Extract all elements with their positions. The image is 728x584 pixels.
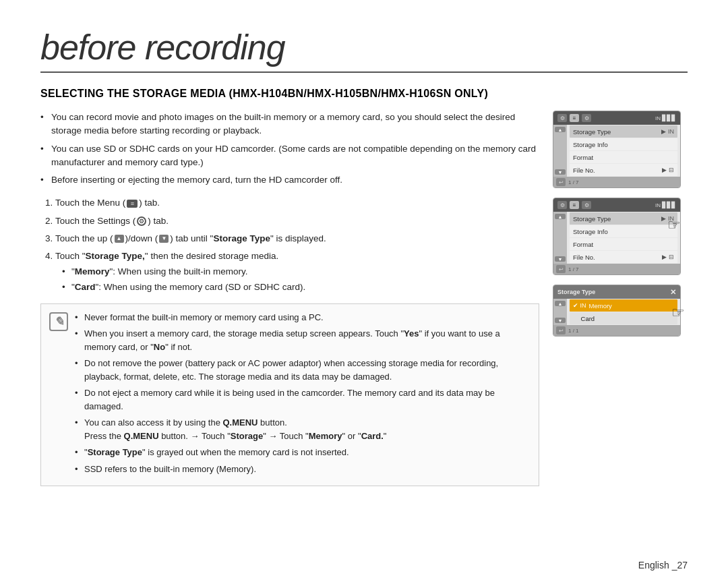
sub-bullet-memory: "Memory": When using the built-in memory… (62, 265, 539, 279)
screen2-battery: ▊▊▊ (662, 202, 676, 208)
screen1-content: ▲ ▼ Storage Type ▶ IN Storage Info Forma… (553, 125, 680, 177)
screen1-nav-col: ▲ ▼ (553, 125, 567, 177)
screen3-back-icon[interactable]: ↩ (556, 326, 566, 334)
check-memory-icon: ✔ IN (573, 302, 586, 309)
screen1-rows: Storage Type ▶ IN Storage Info Format Fi… (567, 125, 680, 177)
screen3-content: ▲ ▼ ✔ IN Memory Card (553, 299, 680, 325)
step-1: Touch the Menu (≡) tab. (55, 196, 539, 210)
screen3-bottom-bar: ↩ 1 / 1 (553, 325, 680, 336)
storage-type-ref: Storage Type (213, 233, 270, 243)
screen2-row-storage-type[interactable]: Storage Type ▶ IN (570, 212, 677, 225)
screen2-nav-col: ▲ ▼ (553, 212, 567, 264)
screen3-wrapper: Storage Type ✕ ▲ ▼ ✔ IN Memory (553, 285, 688, 337)
screen1-bottom-bar: ↩ 1 / 7 (553, 177, 680, 187)
check-card-icon (573, 315, 578, 322)
screen2-row-format[interactable]: Format (570, 238, 677, 250)
screen1-row-format[interactable]: Format (570, 151, 677, 163)
screen1-row-storage-type[interactable]: Storage Type ▶ IN (570, 125, 677, 138)
note-bullet-7: SSD refers to the built-in memory (Memor… (75, 463, 530, 476)
intro-bullet-1: You can record movie and photo images on… (40, 111, 539, 138)
note-bullet-2: When you insert a memory card, the stora… (75, 327, 530, 353)
screen1-down-arrow[interactable]: ▼ (555, 169, 566, 175)
step-4-sub-bullets: "Memory": When using the built-in memory… (55, 265, 539, 294)
steps-section: Touch the Menu (≡) tab. Touch the Settin… (40, 196, 539, 294)
note-bullet-3: Do not remove the power (battery pack or… (75, 357, 530, 383)
note-bullet-1: Never format the built-in memory or memo… (75, 311, 530, 324)
main-content: You can record movie and photo images on… (40, 111, 688, 496)
screen-mockup-1: ⚙ ≡ ⚙ IN ▊▊▊ ▲ ▼ (553, 111, 681, 188)
down-icon: ▼ (159, 235, 169, 243)
screen2-row-storage-info[interactable]: Storage Info (570, 225, 677, 237)
screen3-rows: ✔ IN Memory Card (567, 299, 680, 325)
menu-icon: ≡ (127, 200, 138, 208)
screen1-battery: ▊▊▊ (662, 115, 676, 121)
step-3: Touch the up (▲)/down (▼) tab until "Sto… (55, 232, 539, 245)
page-container: before recording SELECTING THE STORAGE M… (0, 0, 728, 516)
right-column: ⚙ ≡ ⚙ IN ▊▊▊ ▲ ▼ (553, 111, 688, 496)
screen2-content: ▲ ▼ Storage Type ▶ IN Storage Info (553, 212, 680, 264)
intro-bullet-3: Before inserting or ejecting the memory … (40, 173, 539, 187)
screen2-menu-icon: ≡ (570, 201, 579, 209)
page-title: before recording (40, 27, 688, 73)
screen2-down-arrow[interactable]: ▼ (555, 256, 566, 262)
screen2-in-label: IN (655, 202, 661, 208)
note-bullet-6: "Storage Type" is grayed out when the me… (75, 446, 530, 459)
screen2-gear-icon: ⚙ (557, 201, 567, 209)
screen2-up-arrow[interactable]: ▲ (555, 214, 566, 219)
screen1-indicator: IN ▊▊▊ (655, 115, 676, 121)
screen3-close-icon[interactable]: ✕ (670, 288, 676, 297)
screen1-photo-icon: ⚙ (582, 114, 591, 122)
screen1-back-icon[interactable]: ↩ (556, 178, 566, 186)
screen-mockup-2: ⚙ ≡ ⚙ IN ▊▊▊ ▲ ▼ (553, 198, 681, 275)
page-number: English _27 (638, 560, 688, 571)
screen2-page-num: 1 / 7 (568, 266, 579, 272)
screen2-photo-icon: ⚙ (582, 201, 591, 209)
screen2-row-fileno[interactable]: File No. ▶ ⊟ (570, 251, 677, 263)
intro-bullet-2: You can use SD or SDHC cards on your HD … (40, 142, 539, 170)
screen3-up-arrow[interactable]: ▲ (555, 301, 566, 306)
screen1-up-arrow[interactable]: ▲ (555, 127, 566, 132)
up-icon: ▲ (115, 235, 124, 243)
screen2-topbar: ⚙ ≡ ⚙ IN ▊▊▊ (553, 198, 680, 212)
screen3-row-card[interactable]: Card (570, 312, 677, 324)
screen-mockup-3: Storage Type ✕ ▲ ▼ ✔ IN Memory (553, 285, 681, 337)
note-bullet-5: You can also access it by using the Q.ME… (75, 416, 530, 442)
note-bullets: Never format the built-in memory or memo… (75, 311, 530, 479)
step-2: Touch the Settings (⚙) tab. (55, 214, 539, 228)
screen2-topbar-icons: ⚙ ≡ ⚙ (557, 201, 591, 209)
screen3-title-label: Storage Type (557, 289, 595, 295)
note-bullet-4: Do not eject a memory card while it is b… (75, 386, 530, 413)
screen1-topbar: ⚙ ≡ ⚙ IN ▊▊▊ (553, 111, 680, 125)
screen1-row-storage-info[interactable]: Storage Info (570, 138, 677, 150)
screen1-row-fileno[interactable]: File No. ▶ ⊟ (570, 164, 677, 176)
storage-type-bold: Storage Type, (86, 251, 145, 261)
sub-bullet-card: "Card": When using the memory card (SD o… (62, 281, 539, 294)
screen3-down-arrow[interactable]: ▼ (555, 318, 566, 323)
note-box: ✎ Never format the built-in memory or me… (40, 303, 539, 487)
screen2-wrapper: ⚙ ≡ ⚙ IN ▊▊▊ ▲ ▼ (553, 198, 688, 275)
screen1-menu-icon: ≡ (570, 114, 579, 122)
screen1-topbar-icons: ⚙ ≡ ⚙ (557, 114, 591, 122)
screen2-rows: Storage Type ▶ IN Storage Info Format Fi… (567, 212, 680, 264)
intro-bullets: You can record movie and photo images on… (40, 111, 539, 187)
step-4: Touch "Storage Type," then the desired s… (55, 250, 539, 294)
section-heading: SELECTING THE STORAGE MEDIA (HMX-H104BN/… (40, 88, 688, 100)
screen2-indicator: IN ▊▊▊ (655, 202, 676, 208)
left-column: You can record movie and photo images on… (40, 111, 539, 496)
screen3-row-memory[interactable]: ✔ IN Memory (570, 299, 677, 312)
screen2-bottom-bar: ↩ 1 / 7 (553, 264, 680, 274)
screen1-in-label: IN (655, 115, 661, 121)
screen3-topbar: Storage Type ✕ (553, 285, 680, 299)
screen3-page-num: 1 / 1 (568, 328, 579, 334)
note-icon: ✎ (49, 312, 68, 331)
screen1-gear-icon: ⚙ (557, 114, 567, 122)
settings-icon: ⚙ (137, 216, 146, 226)
screen3-nav-col: ▲ ▼ (553, 299, 567, 325)
screen2-back-icon[interactable]: ↩ (556, 265, 566, 273)
screen1-page-num: 1 / 7 (568, 179, 579, 185)
